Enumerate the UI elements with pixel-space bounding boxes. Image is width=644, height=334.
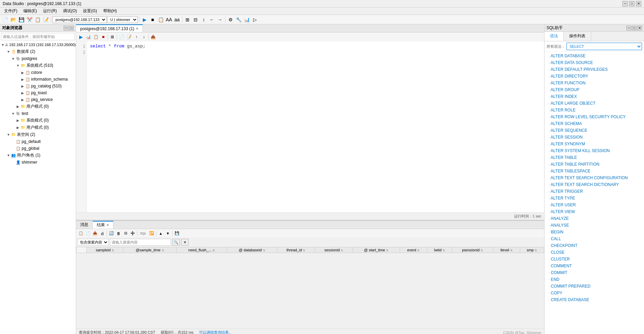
tablespaces-toggle[interactable]: ▼ xyxy=(6,132,11,137)
menu-run[interactable]: 运行(R) xyxy=(40,7,60,15)
save-button[interactable]: 💾 xyxy=(18,16,25,23)
postgres-db-node[interactable]: ▼ 🐘 postgres xyxy=(0,55,76,62)
pkg-service-node[interactable]: ▶ 📋 pkg_service xyxy=(0,96,76,103)
databases-toggle[interactable]: ▼ xyxy=(6,49,11,54)
sql-item-alter-system-kill[interactable]: ALTER SYSTEM KILL SESSION xyxy=(545,147,644,154)
system-schemas-toggle[interactable]: ▼ xyxy=(16,63,20,68)
save-results-btn[interactable]: 💾 xyxy=(174,230,180,237)
clear-btn[interactable]: 🗑 xyxy=(115,230,122,237)
sql-item-alter-text-search-config[interactable]: ALTER TEXT SEARCH CONFIGURATION xyxy=(545,174,644,181)
sql-item-alter-text-search-dict[interactable]: ALTER TEXT SEARCH DICTIONARY xyxy=(545,181,644,188)
sql-item-alter-view[interactable]: ALTER VIEW xyxy=(545,208,644,215)
pg-catalog-node[interactable]: ▶ 📋 pg_catalog (510) xyxy=(0,83,76,89)
toolbar-btn7[interactable]: AA xyxy=(165,16,173,23)
info-schema-toggle[interactable]: ▶ xyxy=(20,77,25,82)
users-group[interactable]: ▼ 👥 用户/角色 (1) xyxy=(0,152,76,159)
col-psessionid[interactable]: psessionid ⇅ xyxy=(452,247,493,253)
sql-item-cluster[interactable]: CLUSTER xyxy=(545,256,644,263)
explain-button[interactable]: 📋 xyxy=(157,16,164,23)
stop-button[interactable]: ■ xyxy=(149,16,156,23)
info-schema-node[interactable]: ▶ 📋 information_schema xyxy=(0,76,76,83)
pg-default-node[interactable]: ▶ 📋 pg_default xyxy=(0,138,76,145)
sql-item-alter-table[interactable]: ALTER TABLE xyxy=(545,154,644,161)
sql-syntax-filter[interactable]: SELECT xyxy=(567,43,642,50)
print-btn[interactable]: 🖨 xyxy=(99,230,106,237)
user-schemas-node[interactable]: ▶ 📁 用户模式 (0) xyxy=(0,103,76,110)
sql-item-alter-index[interactable]: ALTER INDEX xyxy=(545,93,644,100)
test-sys-toggle[interactable]: ▶ xyxy=(16,118,20,123)
run-explain-button[interactable]: 📊 xyxy=(85,34,92,40)
toolbar-btn5[interactable]: 📋 xyxy=(34,16,41,23)
pkg-service-toggle[interactable]: ▶ xyxy=(20,97,25,102)
pg-toast-toggle[interactable]: ▶ xyxy=(20,90,25,95)
col-sessionid[interactable]: sessionid ⇅ xyxy=(315,247,353,253)
pg-toast-node[interactable]: ▶ 📋 pg_toast xyxy=(0,89,76,96)
editor-btn1[interactable]: 📄 xyxy=(118,34,125,40)
editor-btn4[interactable]: ↓ xyxy=(140,34,147,40)
sql-item-alter-row-level-security[interactable]: ALTER ROW LEVEL SECURITY POLICY xyxy=(545,113,644,120)
sql-item-checkpoint[interactable]: CHECKPOINT xyxy=(545,242,644,249)
results-table-container[interactable]: sampleid ⇅ @sample_time ⇅ need_flush_...… xyxy=(76,247,544,329)
sql-editor[interactable]: 1 2 select * from gs_asp; xyxy=(76,41,544,212)
refresh-btn[interactable]: 🔄 xyxy=(108,230,115,237)
root-toggle[interactable]: ▼ xyxy=(1,42,4,47)
editor-btn5[interactable]: 📤 xyxy=(150,34,156,40)
run-sql-button[interactable]: ▶ xyxy=(77,34,84,40)
up-btn[interactable]: ▲ xyxy=(157,230,164,237)
refresh2-btn[interactable]: 🔁 xyxy=(148,230,155,237)
minimize-button[interactable]: ─ xyxy=(622,1,628,6)
user-schemas-toggle[interactable]: ▶ xyxy=(16,104,20,109)
sql-item-commit-prepared[interactable]: COMMIT PREPARED xyxy=(545,283,644,290)
sql-item-alter-schema[interactable]: ALTER SCHEMA xyxy=(545,120,644,127)
format-button[interactable]: ⊞ xyxy=(109,34,116,40)
cstore-node[interactable]: ▶ 📋 cstore xyxy=(0,69,76,76)
cstore-toggle[interactable]: ▶ xyxy=(20,70,25,75)
sql-item-close[interactable]: CLOSE xyxy=(545,249,644,256)
toolbar-btn16[interactable]: 📊 xyxy=(243,16,250,23)
sql-item-alter-data-source[interactable]: ALTER DATA SOURCE xyxy=(545,59,644,66)
editor-btn3[interactable]: ↑ xyxy=(133,34,140,40)
sql-item-create-database[interactable]: CREATE DATABASE xyxy=(545,296,644,303)
copy-with-headers-btn[interactable]: 📄 xyxy=(85,230,91,237)
col-thread-id[interactable]: thread_id ⇅ xyxy=(277,247,315,253)
sql-item-alter-database[interactable]: ALTER DATABASE xyxy=(545,53,644,59)
col-sample-time[interactable]: @sample_time ⇅ xyxy=(123,247,176,253)
results-tab[interactable]: 结果 ✕ xyxy=(93,221,113,229)
export-btn[interactable]: 📤 xyxy=(92,230,98,237)
system-schemas-node[interactable]: ▼ 📁 系统模式 (510) xyxy=(0,62,76,69)
down-btn[interactable]: ▼ xyxy=(164,230,171,237)
filter-clear-btn[interactable]: ✕ xyxy=(181,239,188,246)
sql-item-analyse[interactable]: ANALYSE xyxy=(545,222,644,229)
col-tlevel[interactable]: tlevel ⇅ xyxy=(493,247,520,253)
col-need-flush[interactable]: need_flush_... ⇅ xyxy=(176,247,227,253)
close-button[interactable]: ✕ xyxy=(636,1,641,6)
sql-item-alter-group[interactable]: ALTER GROUP xyxy=(545,86,644,93)
menu-file[interactable]: 文件(F) xyxy=(1,7,20,15)
sql-item-alter-role[interactable]: ALTER ROLE xyxy=(545,107,644,113)
connection-select[interactable]: postgres@192.168.17.133 xyxy=(52,16,107,23)
run-analyze-button[interactable]: 📋 xyxy=(92,34,99,40)
toolbar-btn14[interactable]: ⚙ xyxy=(227,16,234,23)
toolbar-btn6[interactable]: 📝 xyxy=(42,16,49,23)
sql-item-alter-tablespace[interactable]: ALTER TABLESPACE xyxy=(545,168,644,174)
col-lwtid[interactable]: lwtid ⇅ xyxy=(427,247,452,253)
db-user-select[interactable]: U | shimmer xyxy=(107,16,138,23)
menu-debug[interactable]: 调试(O) xyxy=(60,7,80,15)
sql-item-alter-large-object[interactable]: ALTER LARGE OBJECT xyxy=(545,100,644,107)
toolbar-btn10[interactable]: ⊟ xyxy=(192,16,199,23)
results-tab-close[interactable]: ✕ xyxy=(106,223,109,227)
sql-item-commit[interactable]: COMMIT xyxy=(545,269,644,276)
tree-root-node[interactable]: ▼ 🖧 192.168.17.133 (192.168.17.133:26000… xyxy=(0,41,76,48)
toolbar-btn13[interactable]: → xyxy=(216,16,224,23)
shimmer-user-node[interactable]: ▶ 👤 shimmer xyxy=(0,159,76,166)
toolbar-btn4[interactable]: ✂️ xyxy=(26,16,33,23)
sql-helper-minimize[interactable]: ─ xyxy=(626,26,631,30)
result-link[interactable]: 可以调错查询结果。 xyxy=(199,330,232,334)
sql-item-alter-user[interactable]: ALTER USER xyxy=(545,202,644,208)
sql-item-alter-type[interactable]: ALTER TYPE xyxy=(545,195,644,202)
sql-item-comment[interactable]: COMMENT xyxy=(545,263,644,269)
operations-tab[interactable]: 操作列表 xyxy=(564,32,591,41)
filter-type-select[interactable]: 包含搜索内容 xyxy=(77,239,109,246)
open-file-button[interactable]: 📂 xyxy=(9,16,17,23)
editor-tab-close[interactable]: ✕ xyxy=(136,27,138,30)
